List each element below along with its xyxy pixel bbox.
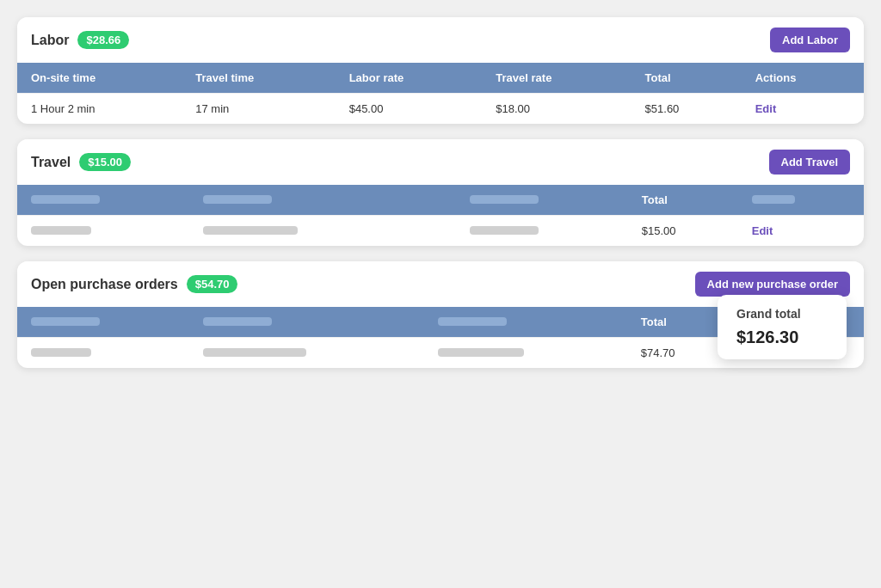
travel-col-3 xyxy=(407,185,456,216)
travel-data-2 xyxy=(189,216,407,247)
travel-table-header-row: Total xyxy=(17,185,864,216)
travel-col-total: Total xyxy=(628,185,738,216)
travel-title: Travel xyxy=(31,155,71,170)
labor-onsite-time: 1 Hour 2 min xyxy=(17,94,182,125)
purchase-orders-title: Open purchase orders xyxy=(31,277,178,292)
labor-title: Labor xyxy=(31,33,69,48)
col-labor-rate: Labor rate xyxy=(336,63,483,94)
labor-table: On-site time Travel time Labor rate Trav… xyxy=(17,63,864,124)
grand-total-value: $126.30 xyxy=(736,328,828,347)
col-onsite-time: On-site time xyxy=(17,63,182,94)
labor-travel-time: 17 min xyxy=(182,94,335,125)
labor-edit-link[interactable]: Edit xyxy=(755,102,777,115)
labor-header: Labor $28.66 Add Labor xyxy=(17,17,864,63)
travel-table-row: $15.00 Edit xyxy=(17,216,864,247)
labor-action-cell: Edit xyxy=(742,94,864,125)
labor-table-header-row: On-site time Travel time Labor rate Trav… xyxy=(17,63,864,94)
po-col-3 xyxy=(424,307,627,338)
purchase-orders-badge: $54.70 xyxy=(187,275,238,293)
travel-col-actions xyxy=(738,185,864,216)
travel-data-1 xyxy=(17,216,189,247)
travel-badge: $15.00 xyxy=(79,153,131,171)
col-actions: Actions xyxy=(742,63,864,94)
col-travel-time: Travel time xyxy=(182,63,335,94)
labor-title-area: Labor $28.66 xyxy=(31,31,129,49)
travel-header: Travel $15.00 Add Travel xyxy=(17,139,864,185)
purchase-orders-title-area: Open purchase orders $54.70 xyxy=(31,275,237,293)
travel-edit-link[interactable]: Edit xyxy=(752,224,773,237)
travel-col-4 xyxy=(456,185,628,216)
travel-title-area: Travel $15.00 xyxy=(31,153,131,171)
travel-table: Total $15.00 Edit xyxy=(17,185,864,246)
travel-data-4 xyxy=(456,216,628,247)
travel-data-3 xyxy=(407,216,456,247)
travel-col-1 xyxy=(17,185,189,216)
col-total: Total xyxy=(631,63,742,94)
labor-total: $51.60 xyxy=(631,94,742,125)
po-col-1 xyxy=(17,307,189,338)
add-labor-button[interactable]: Add Labor xyxy=(770,28,850,52)
labor-labor-rate: $45.00 xyxy=(336,94,483,125)
po-data-3 xyxy=(424,338,627,369)
labor-badge: $28.66 xyxy=(77,31,129,49)
travel-total: $15.00 xyxy=(628,216,738,247)
labor-travel-rate: $18.00 xyxy=(482,94,631,125)
add-purchase-order-button[interactable]: Add new purchase order xyxy=(695,272,850,297)
travel-action-cell: Edit xyxy=(738,216,864,247)
labor-table-row: 1 Hour 2 min 17 min $45.00 $18.00 $51.60… xyxy=(17,94,864,125)
grand-total-box: Grand total $126.30 xyxy=(718,295,847,359)
po-data-2 xyxy=(189,338,423,369)
po-col-2 xyxy=(189,307,423,338)
po-data-1 xyxy=(17,338,189,369)
grand-total-label: Grand total xyxy=(736,307,828,321)
labor-card: Labor $28.66 Add Labor On-site time Trav… xyxy=(17,17,864,124)
travel-card: Travel $15.00 Add Travel Total xyxy=(17,139,864,246)
add-travel-button[interactable]: Add Travel xyxy=(769,150,850,175)
col-travel-rate: Travel rate xyxy=(482,63,631,94)
travel-col-2 xyxy=(189,185,407,216)
